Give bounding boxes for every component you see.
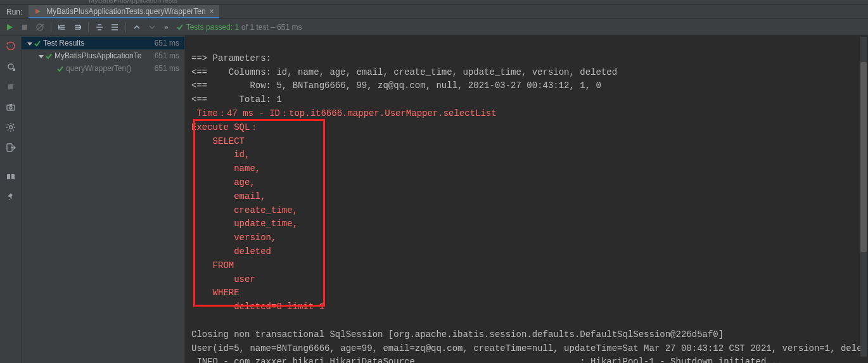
console-line: age, [191, 177, 255, 188]
close-icon[interactable]: × [210, 7, 214, 16]
svg-marker-0 [35, 9, 38, 14]
console-line: deleted [191, 246, 276, 257]
tests-summary: Tests passed: 1 of 1 test – 651 ms [176, 23, 302, 32]
svg-rect-14 [10, 104, 12, 105]
tree-class-label: MyBatisPlusApplicationTe [54, 51, 155, 60]
console-line: id, [191, 150, 250, 160]
settings-icon[interactable] [4, 120, 18, 134]
tree-class-row[interactable]: MyBatisPlusApplicationTe 651 ms [22, 49, 184, 62]
console-line: deleted=0 limit 1 [191, 302, 324, 312]
svg-marker-20 [39, 55, 44, 58]
vertical-scrollbar[interactable] [860, 37, 867, 357]
scrollbar-thumb[interactable] [860, 62, 867, 252]
svg-marker-1 [38, 10, 41, 13]
expand-all-button[interactable] [130, 20, 144, 34]
pass-icon [34, 39, 41, 48]
pass-icon [57, 64, 63, 73]
ghost-tab-strip: MyBatisPlusApplicationTests [0, 0, 868, 5]
console-line: ==> Parameters: [191, 53, 276, 63]
restart-icon[interactable] [4, 39, 18, 53]
console-line: SELECT [191, 136, 245, 146]
tree-method-row[interactable]: queryWrapperTen() 651 ms [22, 62, 184, 75]
tree-root-ms: 651 ms [155, 39, 179, 48]
run-tab-active[interactable]: MyBatisPlusApplicationTests.queryWrapper… [29, 5, 219, 18]
svg-marker-19 [27, 42, 32, 46]
console-line: <== Row: 5, BNTang6666, 99, zq@qq.com, n… [191, 80, 601, 91]
tree-class-ms: 651 ms [155, 51, 179, 60]
console-line: email, [191, 191, 266, 201]
svg-rect-3 [22, 25, 27, 30]
tests-passed-value: 1 [234, 23, 239, 32]
test-tree[interactable]: Test Results 651 ms MyBatisPlusApplicati… [22, 35, 185, 363]
console-line: Time：47 ms - ID：top.it6666.mapper.UserMa… [191, 108, 497, 118]
svg-point-15 [9, 126, 12, 129]
svg-rect-11 [8, 84, 13, 89]
console-line: Closing non transactional SqlSession [or… [191, 329, 724, 340]
svg-rect-10 [13, 68, 15, 71]
screenshot-icon[interactable] [4, 100, 18, 114]
run-tab-row: Run: MyBatisPlusApplicationTests.queryWr… [0, 5, 868, 19]
svg-rect-17 [7, 174, 10, 179]
more-actions-chevron-icon[interactable]: » [160, 23, 172, 32]
ghost-tab-label: MyBatisPlusApplicationTests [89, 0, 177, 4]
console-line: version, [191, 232, 276, 243]
tree-root-label: Test Results [43, 39, 155, 48]
left-gutter [0, 35, 22, 363]
layout-icon[interactable] [4, 170, 18, 184]
tests-rest-text: of 1 test – 651 ms [241, 23, 302, 32]
show-passed-toggle[interactable] [55, 20, 69, 34]
svg-marker-2 [7, 24, 13, 30]
stop-icon[interactable] [4, 80, 18, 94]
collapse-all-button[interactable] [145, 20, 159, 34]
sort-duration-button[interactable] [108, 20, 122, 34]
sort-alphabetically-button[interactable] [93, 20, 106, 34]
svg-point-13 [10, 106, 12, 109]
toolbar-separator [51, 22, 51, 32]
tree-method-ms: 651 ms [155, 64, 179, 73]
console-line: INFO - com.zaxxer.hikari.HikariDataSourc… [191, 357, 782, 363]
tree-root-row[interactable]: Test Results 651 ms [22, 37, 184, 49]
rerun-failed-button[interactable] [33, 20, 47, 34]
console-line: WHERE [191, 288, 239, 298]
console-line: user [191, 274, 260, 284]
console-line: <== Columns: id, name, age, email, creat… [191, 67, 617, 77]
pass-icon [46, 51, 52, 60]
console-line: User(id=5, name=BNTang6666, age=99, emai… [191, 343, 868, 353]
chevron-down-icon[interactable] [25, 39, 34, 48]
console-line: name, [191, 163, 260, 174]
run-tab-title: MyBatisPlusApplicationTests.queryWrapper… [46, 7, 205, 16]
exit-icon[interactable] [4, 141, 18, 155]
run-config-icon [34, 7, 42, 16]
console-line: update_time, [191, 219, 298, 229]
svg-rect-12 [7, 105, 15, 110]
tests-passed-label: Tests passed: [186, 23, 233, 32]
console-line: Execute SQL： [191, 122, 258, 132]
toolbar-separator [88, 22, 89, 32]
svg-point-9 [8, 64, 13, 69]
stop-button[interactable] [18, 20, 32, 34]
rerun-button[interactable] [3, 20, 16, 34]
run-toolbar: » Tests passed: 1 of 1 test – 651 ms [0, 19, 868, 35]
chevron-down-icon[interactable] [37, 51, 46, 60]
svg-rect-18 [11, 174, 15, 179]
svg-marker-8 [6, 42, 8, 45]
console-line: <== Total: 1 [191, 94, 282, 105]
show-ignored-toggle[interactable] [70, 20, 84, 34]
test-history-icon[interactable] [4, 60, 18, 73]
toolbar-separator [125, 22, 126, 32]
console-line: FROM [191, 260, 234, 271]
console-line: create_time, [191, 205, 298, 215]
tree-method-label: queryWrapperTen() [66, 64, 155, 73]
console-output[interactable]: ==> Parameters: <== Columns: id, name, a… [185, 35, 868, 363]
pin-icon[interactable] [4, 190, 18, 204]
run-label: Run: [0, 8, 29, 16]
